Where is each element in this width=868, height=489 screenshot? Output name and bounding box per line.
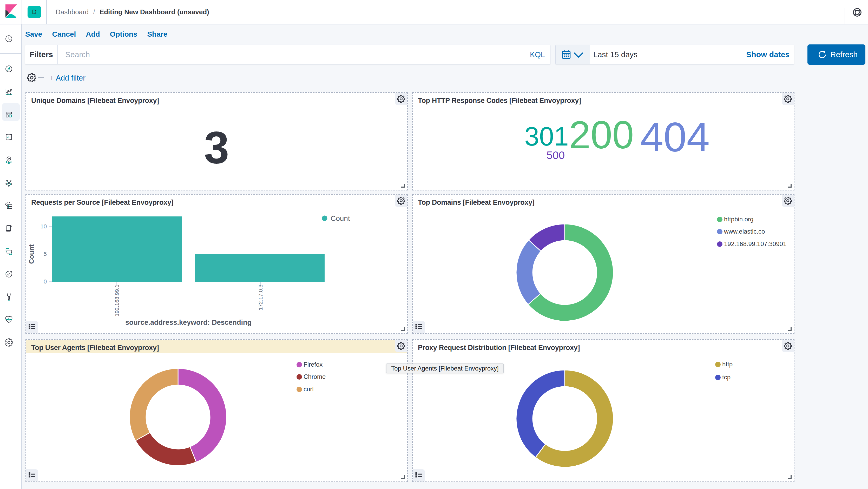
svg-text:Count: Count [28,244,35,264]
svg-text:5: 5 [44,251,47,257]
svg-text:10: 10 [40,223,47,230]
svg-text:Count: Count [331,215,350,222]
svg-text:192.168.99.1: 192.168.99.1 [114,285,120,317]
svg-text:source.address.keyword: Descen: source.address.keyword: Descending [125,319,252,326]
svg-text:172.17.0.3: 172.17.0.3 [257,285,264,310]
svg-text:0: 0 [44,278,47,285]
